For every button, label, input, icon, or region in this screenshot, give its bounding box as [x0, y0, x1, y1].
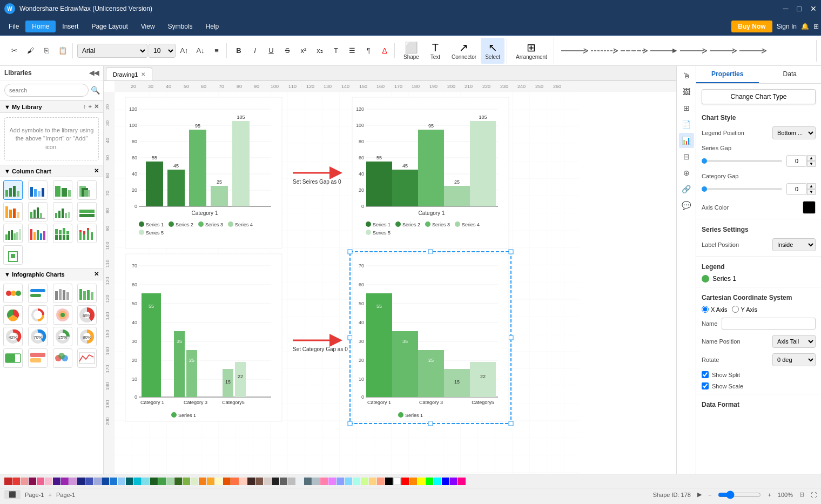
underline-button[interactable]: U: [264, 43, 279, 58]
bold-button[interactable]: B: [231, 43, 246, 58]
menu-home[interactable]: Home: [25, 21, 56, 32]
x-axis-radio[interactable]: [702, 306, 709, 313]
legend-position-select[interactable]: Bottom ...: [772, 126, 816, 139]
infographic-9[interactable]: 42%: [3, 327, 23, 346]
color-swatch-1[interactable]: [4, 478, 12, 485]
chart-item-13[interactable]: [3, 245, 23, 265]
italic-button[interactable]: I: [247, 43, 263, 58]
series-gap-down-btn[interactable]: ▼: [807, 161, 816, 167]
color-swatch-8[interactable]: [61, 478, 69, 485]
pointer-icon-btn[interactable]: 🖱: [679, 68, 694, 83]
series-gap-up-btn[interactable]: ▲: [807, 155, 816, 161]
color-swatch-37[interactable]: [296, 478, 304, 485]
color-swatch-35[interactable]: [280, 478, 287, 485]
notes-icon-btn[interactable]: 📄: [679, 117, 694, 132]
label-position-select[interactable]: Inside: [772, 238, 816, 251]
infographic-11[interactable]: 25%: [53, 327, 72, 346]
chart-item-7[interactable]: [53, 202, 72, 221]
chart-item-3[interactable]: [53, 180, 72, 200]
menu-symbols[interactable]: Symbols: [161, 21, 199, 32]
select-tool-button[interactable]: ↖ Select: [481, 38, 504, 64]
show-split-checkbox[interactable]: [702, 371, 709, 378]
color-swatch-p[interactable]: [458, 478, 466, 485]
infographic-10[interactable]: 70%: [28, 327, 48, 346]
infographic-2[interactable]: [28, 284, 48, 303]
menu-page-layout[interactable]: Page Layout: [85, 21, 134, 32]
color-swatch-13[interactable]: [102, 478, 109, 485]
play-icon[interactable]: ▶: [697, 491, 702, 498]
color-swatch-34[interactable]: [272, 478, 279, 485]
show-scale-checkbox[interactable]: [702, 382, 709, 389]
color-swatch-29[interactable]: [231, 478, 239, 485]
align-btn[interactable]: ≡: [209, 43, 224, 58]
font-family-select[interactable]: Arial: [77, 44, 147, 58]
color-swatch-39[interactable]: [312, 478, 320, 485]
format-paint-button[interactable]: 🖌: [23, 43, 38, 58]
properties-tab[interactable]: Properties: [696, 66, 759, 83]
chart-item-4[interactable]: [77, 180, 97, 200]
sidebar-collapse-btn[interactable]: ◀◀: [89, 69, 99, 77]
color-swatch-32[interactable]: [255, 478, 263, 485]
cut-button[interactable]: ✂: [6, 43, 22, 58]
color-swatch-5[interactable]: [37, 478, 44, 485]
close-tab-btn[interactable]: ✕: [141, 71, 145, 77]
font-size-select[interactable]: 10: [149, 44, 176, 58]
minimize-btn[interactable]: ─: [783, 4, 789, 13]
color-swatch-41[interactable]: [328, 478, 336, 485]
color-swatch-46[interactable]: [369, 478, 376, 485]
fullscreen-btn[interactable]: ⛶: [811, 492, 817, 498]
infographic-16[interactable]: [77, 348, 97, 368]
category-gap-up-btn[interactable]: ▲: [807, 183, 816, 189]
comment-icon-btn[interactable]: 💬: [679, 198, 694, 213]
chart-item-1[interactable]: [3, 180, 23, 200]
category-gap-down-btn[interactable]: ▼: [807, 189, 816, 195]
infographic-7[interactable]: [53, 305, 72, 325]
zoom-in-btn[interactable]: +: [768, 492, 771, 498]
menu-insert[interactable]: Insert: [56, 21, 85, 32]
color-swatch-g[interactable]: [426, 478, 433, 485]
table-icon-btn[interactable]: ⊟: [679, 149, 694, 164]
infographic-5[interactable]: [3, 305, 23, 325]
color-swatch-42[interactable]: [337, 478, 344, 485]
color-swatch-45[interactable]: [361, 478, 368, 485]
close-column-chart-btn[interactable]: ✕: [94, 167, 99, 174]
color-swatch-6[interactable]: [45, 478, 52, 485]
color-swatch-27[interactable]: [215, 478, 223, 485]
color-swatch-33[interactable]: [264, 478, 271, 485]
zoom-slider[interactable]: [718, 490, 761, 499]
close-infographic-btn[interactable]: ✕: [94, 271, 99, 278]
page-indicator[interactable]: ⬛: [4, 490, 21, 499]
color-swatch-22[interactable]: [174, 478, 182, 485]
color-swatch-19[interactable]: [150, 478, 158, 485]
chart-item-9[interactable]: [3, 224, 23, 243]
change-chart-type-button[interactable]: Change Chart Type: [702, 89, 816, 104]
menu-help[interactable]: Help: [199, 21, 226, 32]
superscript-button[interactable]: x²: [296, 43, 311, 58]
link-icon-btn[interactable]: 🔗: [679, 182, 694, 197]
series-gap-input[interactable]: [786, 155, 807, 167]
color-swatch-48[interactable]: [385, 478, 393, 485]
bell-icon[interactable]: 🔔: [801, 23, 809, 30]
layers-icon-btn[interactable]: ⊞: [679, 100, 694, 116]
strikethrough-button[interactable]: S: [280, 43, 295, 58]
chart-item-8[interactable]: [77, 202, 97, 221]
color-swatch-14[interactable]: [110, 478, 117, 485]
list-button[interactable]: ☰: [345, 43, 360, 58]
restore-btn[interactable]: □: [797, 4, 802, 13]
search-input[interactable]: [4, 84, 89, 97]
color-swatch-17[interactable]: [134, 478, 142, 485]
sign-in-btn[interactable]: Sign In: [777, 23, 797, 30]
infographic-13[interactable]: [3, 348, 23, 368]
infographic-4[interactable]: [77, 284, 97, 303]
text-format-button[interactable]: T: [328, 43, 344, 58]
chart-item-10[interactable]: [28, 224, 48, 243]
shape-tool-button[interactable]: ⬜ Shape: [399, 38, 423, 64]
menu-file[interactable]: File: [2, 21, 25, 32]
color-swatch-25[interactable]: [199, 478, 206, 485]
chart-icon-btn[interactable]: 📊: [679, 133, 694, 148]
color-swatch-44[interactable]: [353, 478, 360, 485]
grid-icon[interactable]: ⊞: [813, 23, 819, 30]
infographic-6[interactable]: [28, 305, 48, 325]
color-swatch-20[interactable]: [158, 478, 166, 485]
color-swatch-c[interactable]: [434, 478, 441, 485]
